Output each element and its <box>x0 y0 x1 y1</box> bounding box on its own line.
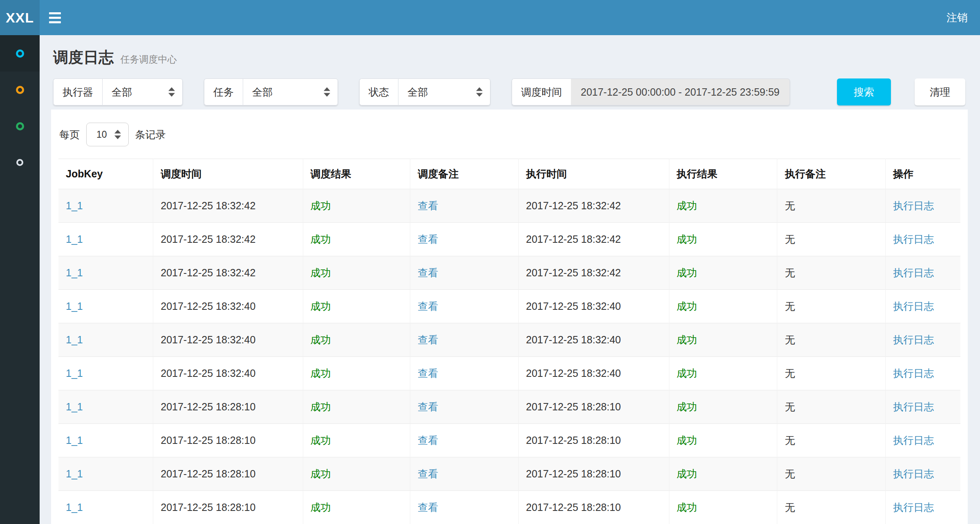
table-row: 1_12017-12-25 18:28:10成功查看2017-12-25 18:… <box>58 424 960 457</box>
navbar-bar: 注销 <box>40 0 980 35</box>
cell-trigger_time: 2017-12-25 18:28:10 <box>153 491 303 524</box>
trigger-msg-link[interactable]: 查看 <box>418 267 438 278</box>
cell-text-handle_time: 2017-12-25 18:28:10 <box>526 468 621 479</box>
trigger-msg-link[interactable]: 查看 <box>418 502 438 513</box>
status-filter-group: 状态 全部 <box>359 78 490 105</box>
trigger-msg-link[interactable]: 查看 <box>418 434 438 446</box>
column-header-trigger_time: 调度时间 <box>153 159 303 189</box>
exec-log-link[interactable]: 执行日志 <box>893 267 934 278</box>
cell-trigger_msg: 查看 <box>410 424 519 457</box>
cell-action: 执行日志 <box>886 424 960 457</box>
cell-handle_msg: 无 <box>777 223 886 256</box>
trigger-msg-link[interactable]: 查看 <box>418 300 438 312</box>
sidebar-item-2[interactable] <box>0 72 40 108</box>
cell-text-handle_msg: 无 <box>785 367 795 379</box>
job-key-link[interactable]: 1_1 <box>66 334 83 345</box>
cell-text-handle_time: 2017-12-25 18:32:42 <box>526 200 621 211</box>
sidebar-toggle-icon[interactable] <box>49 8 68 27</box>
job-key-link[interactable]: 1_1 <box>66 233 83 245</box>
page-size-select[interactable]: 10 <box>86 123 129 146</box>
column-header-job_key: JobKey <box>58 159 153 189</box>
cell-text-handle_msg: 无 <box>785 401 795 412</box>
cell-trigger_time: 2017-12-25 18:32:40 <box>153 357 303 390</box>
search-button[interactable]: 搜索 <box>837 78 891 105</box>
cell-action: 执行日志 <box>886 491 960 524</box>
cell-trigger_time: 2017-12-25 18:32:40 <box>153 323 303 357</box>
cell-job_key: 1_1 <box>58 390 153 424</box>
exec-log-link[interactable]: 执行日志 <box>893 367 934 379</box>
job-key-link[interactable]: 1_1 <box>66 367 83 379</box>
table-row: 1_12017-12-25 18:32:40成功查看2017-12-25 18:… <box>58 357 960 390</box>
cell-trigger_time: 2017-12-25 18:32:42 <box>153 223 303 256</box>
job-key-link[interactable]: 1_1 <box>66 300 83 312</box>
cell-text-trigger_time: 2017-12-25 18:28:10 <box>161 434 255 446</box>
logout-button[interactable]: 注销 <box>946 11 968 25</box>
cell-action: 执行日志 <box>886 256 960 290</box>
cell-trigger_time: 2017-12-25 18:32:40 <box>153 290 303 323</box>
table-row: 1_12017-12-25 18:32:42成功查看2017-12-25 18:… <box>58 256 960 290</box>
cell-handle_time: 2017-12-25 18:32:40 <box>519 357 669 390</box>
trigger-msg-link[interactable]: 查看 <box>418 200 438 211</box>
select-arrows-icon <box>114 130 121 139</box>
sidebar <box>0 35 40 524</box>
exec-log-link[interactable]: 执行日志 <box>893 300 934 312</box>
executor-filter-group: 执行器 全部 <box>53 78 183 105</box>
job-key-link[interactable]: 1_1 <box>66 434 83 446</box>
trigger-time-filter-group: 调度时间 <box>512 78 790 105</box>
cell-action: 执行日志 <box>886 357 960 390</box>
table-row: 1_12017-12-25 18:32:40成功查看2017-12-25 18:… <box>58 290 960 323</box>
cell-text-handle_result: 成功 <box>677 401 697 412</box>
job-filter-label: 任务 <box>204 78 243 105</box>
cell-handle_msg: 无 <box>777 491 886 524</box>
cell-trigger_result: 成功 <box>303 357 410 390</box>
trigger-msg-link[interactable]: 查看 <box>418 468 438 479</box>
job-key-link[interactable]: 1_1 <box>66 401 83 412</box>
job-key-link[interactable]: 1_1 <box>66 267 83 278</box>
exec-log-link[interactable]: 执行日志 <box>893 434 934 446</box>
exec-log-link[interactable]: 执行日志 <box>893 233 934 245</box>
trigger-msg-link[interactable]: 查看 <box>418 367 438 379</box>
status-filter-select[interactable]: 全部 <box>398 78 490 105</box>
cell-handle_msg: 无 <box>777 424 886 457</box>
trigger-time-filter-label: 调度时间 <box>512 78 571 105</box>
trigger-msg-link[interactable]: 查看 <box>418 334 438 345</box>
cell-text-trigger_time: 2017-12-25 18:32:40 <box>161 300 255 312</box>
cell-text-trigger_result: 成功 <box>311 334 331 345</box>
sidebar-item-1[interactable] <box>0 35 40 72</box>
exec-log-link[interactable]: 执行日志 <box>893 468 934 479</box>
executor-filter-select[interactable]: 全部 <box>102 78 183 105</box>
exec-log-link[interactable]: 执行日志 <box>893 200 934 211</box>
cell-text-handle_time: 2017-12-25 18:28:10 <box>526 434 621 446</box>
trigger-msg-link[interactable]: 查看 <box>418 233 438 245</box>
sidebar-item-4[interactable] <box>0 144 40 181</box>
trigger-msg-link[interactable]: 查看 <box>418 401 438 412</box>
cell-text-handle_result: 成功 <box>677 300 697 312</box>
log-table-panel: 每页 10 条记录 JobKey调度时间调度结果调度备注执行时间执行结果执行备注… <box>51 110 968 524</box>
cell-trigger_msg: 查看 <box>410 223 519 256</box>
job-key-link[interactable]: 1_1 <box>66 502 83 513</box>
job-filter-select[interactable]: 全部 <box>243 78 338 105</box>
cell-text-handle_time: 2017-12-25 18:32:40 <box>526 334 621 345</box>
cell-text-trigger_time: 2017-12-25 18:28:10 <box>161 502 255 513</box>
page-subtitle: 任务调度中心 <box>120 54 177 65</box>
table-header-row: JobKey调度时间调度结果调度备注执行时间执行结果执行备注操作 <box>58 159 960 189</box>
table-row: 1_12017-12-25 18:32:40成功查看2017-12-25 18:… <box>58 323 960 357</box>
cell-text-handle_msg: 无 <box>785 200 795 211</box>
clear-button[interactable]: 清理 <box>915 78 965 105</box>
cell-trigger_time: 2017-12-25 18:28:10 <box>153 457 303 491</box>
job-key-link[interactable]: 1_1 <box>66 200 83 211</box>
cell-job_key: 1_1 <box>58 323 153 357</box>
cell-handle_result: 成功 <box>669 323 777 357</box>
app-logo[interactable]: XXL <box>0 0 40 35</box>
cell-job_key: 1_1 <box>58 457 153 491</box>
cell-trigger_result: 成功 <box>303 223 410 256</box>
cell-job_key: 1_1 <box>58 256 153 290</box>
cell-trigger_msg: 查看 <box>410 491 519 524</box>
job-key-link[interactable]: 1_1 <box>66 468 83 479</box>
cell-trigger_time: 2017-12-25 18:28:10 <box>153 424 303 457</box>
sidebar-item-3[interactable] <box>0 108 40 144</box>
exec-log-link[interactable]: 执行日志 <box>893 401 934 412</box>
exec-log-link[interactable]: 执行日志 <box>893 334 934 345</box>
exec-log-link[interactable]: 执行日志 <box>893 502 934 513</box>
trigger-time-range-input[interactable] <box>571 78 790 105</box>
